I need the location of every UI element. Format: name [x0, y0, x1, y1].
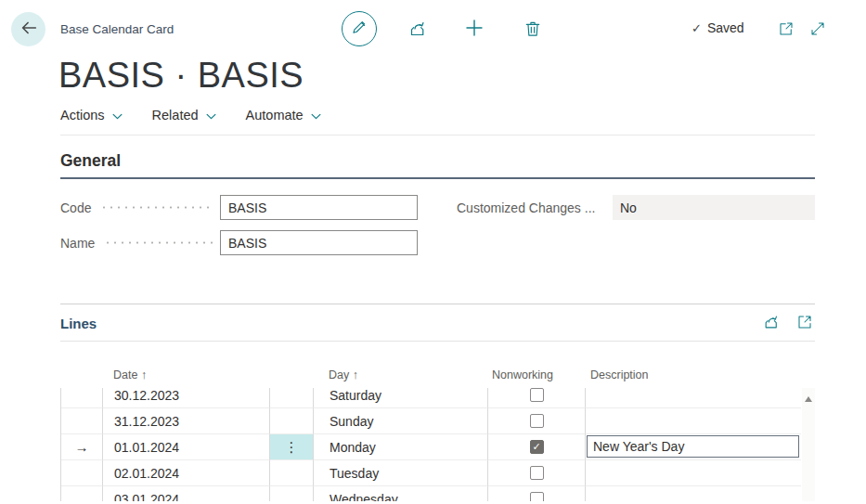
date-column-header[interactable]: Date ↑	[102, 368, 269, 388]
customized-changes-label: Customized Changes ...	[457, 200, 595, 215]
code-field-row: Code	[60, 195, 418, 220]
day-cell[interactable]: Monday	[314, 434, 488, 460]
description-input[interactable]	[587, 435, 799, 458]
fullscreen-button[interactable]	[808, 19, 828, 40]
nonworking-column-header[interactable]: Nonworking	[487, 368, 585, 388]
pencil-icon	[351, 19, 368, 39]
description-cell	[586, 434, 801, 460]
description-cell[interactable]	[586, 460, 801, 486]
page-caption: Base Calendar Card	[60, 22, 174, 36]
menu-related-label: Related	[152, 108, 199, 123]
row-menu-cell[interactable]	[270, 388, 314, 408]
open-in-window-button[interactable]	[776, 19, 796, 40]
action-menu-bar: Actions Related Automate	[60, 108, 815, 136]
command-bar: Base Calendar Card ✓ Saved	[0, 0, 866, 52]
day-cell[interactable]: Saturday	[314, 388, 488, 408]
table-row[interactable]: 30.12.2023 Saturday	[61, 388, 801, 408]
code-input[interactable]	[220, 195, 418, 220]
day-cell[interactable]: Sunday	[314, 408, 488, 434]
code-label: Code	[60, 200, 91, 215]
description-cell[interactable]	[586, 388, 801, 408]
description-column-header[interactable]: Description	[585, 368, 801, 388]
dotted-leader	[602, 195, 605, 220]
lines-focus-mode-button[interactable]	[795, 313, 815, 333]
day-cell[interactable]: Tuesday	[314, 460, 488, 486]
date-cell[interactable]: 02.01.2024	[103, 460, 270, 486]
nonworking-cell	[488, 388, 586, 408]
row-menu-cell[interactable]	[270, 460, 314, 486]
nonworking-cell	[488, 434, 586, 460]
row-selector-cell[interactable]	[61, 388, 103, 408]
description-cell[interactable]	[586, 408, 801, 434]
back-button[interactable]	[11, 12, 45, 46]
menu-related[interactable]: Related	[152, 108, 216, 123]
day-cell[interactable]: Wednesday	[314, 486, 488, 501]
table-header-row: Date ↑ Day ↑ Nonworking Description	[60, 342, 801, 388]
focus-mode-icon	[796, 314, 813, 333]
check-icon: ✓	[692, 21, 702, 35]
name-label: Name	[60, 236, 95, 251]
nonworking-checkbox[interactable]	[530, 414, 544, 428]
row-selector-cell[interactable]	[61, 408, 103, 434]
name-field-row: Name	[60, 230, 418, 255]
lines-toolbar	[761, 313, 815, 333]
menu-actions-label: Actions	[60, 108, 105, 123]
save-status: ✓ Saved	[692, 20, 744, 35]
share-icon	[763, 313, 781, 333]
current-row-arrow-icon: →	[75, 439, 89, 455]
nonworking-checkbox[interactable]	[530, 388, 544, 402]
share-icon	[408, 19, 428, 41]
new-button[interactable]	[462, 17, 486, 41]
chevron-down-icon	[206, 108, 216, 123]
table-row[interactable]: 31.12.2023 Sunday	[61, 408, 801, 434]
general-section-heading: General	[60, 151, 815, 179]
trash-icon	[523, 19, 542, 41]
day-column-header[interactable]: Day ↑	[313, 368, 487, 388]
row-menu-cell[interactable]	[270, 408, 314, 434]
menu-column-header	[269, 381, 313, 388]
row-selector-cell[interactable]	[61, 486, 103, 501]
row-options-ellipsis-icon: ⋮	[285, 440, 299, 454]
menu-automate[interactable]: Automate	[246, 108, 321, 123]
nonworking-checkbox[interactable]	[530, 466, 544, 480]
back-arrow-icon	[19, 18, 39, 41]
table-row[interactable]: 03.01.2024 Wednesday	[61, 486, 801, 501]
lines-heading: Lines	[60, 316, 761, 331]
row-selector-cell[interactable]: →	[61, 434, 103, 460]
table-row[interactable]: 02.01.2024 Tuesday	[61, 460, 801, 486]
delete-button[interactable]	[522, 19, 544, 41]
row-menu-cell[interactable]: ⋮	[270, 434, 314, 460]
save-status-label: Saved	[707, 20, 744, 35]
date-cell[interactable]: 31.12.2023	[103, 408, 270, 434]
scroll-up-icon[interactable]	[805, 396, 812, 402]
base-calendar-card-page: Base Calendar Card ✓ Saved	[0, 0, 866, 504]
nonworking-checkbox[interactable]	[530, 440, 544, 454]
edit-button[interactable]	[342, 11, 377, 46]
general-form: Code Name Customized Changes ... No	[60, 195, 815, 265]
form-column-right: Customized Changes ... No	[457, 195, 815, 265]
date-cell[interactable]: 01.01.2024	[103, 434, 270, 460]
nonworking-checkbox[interactable]	[530, 492, 544, 501]
lines-share-button[interactable]	[761, 313, 782, 333]
row-menu-cell[interactable]	[270, 486, 314, 501]
date-cell[interactable]: 30.12.2023	[103, 388, 270, 408]
description-cell[interactable]	[586, 486, 801, 501]
date-cell[interactable]: 03.01.2024	[103, 486, 270, 501]
open-in-window-icon	[778, 20, 795, 40]
dotted-leader	[102, 230, 213, 255]
chevron-down-icon	[311, 108, 321, 123]
row-selector-cell[interactable]	[61, 460, 103, 486]
name-input[interactable]	[220, 230, 418, 255]
customized-changes-row: Customized Changes ... No	[457, 195, 815, 220]
nonworking-cell	[488, 408, 586, 434]
menu-actions[interactable]: Actions	[60, 108, 123, 123]
nonworking-cell	[488, 486, 586, 501]
menu-automate-label: Automate	[246, 108, 304, 123]
plus-icon	[463, 17, 485, 42]
customized-changes-value: No	[613, 195, 815, 220]
nonworking-cell	[488, 460, 586, 486]
table-row-active[interactable]: → 01.01.2024 ⋮ Monday	[61, 434, 801, 460]
table-scrollbar[interactable]	[802, 388, 815, 501]
chevron-down-icon	[112, 108, 123, 123]
share-button[interactable]	[407, 19, 429, 41]
